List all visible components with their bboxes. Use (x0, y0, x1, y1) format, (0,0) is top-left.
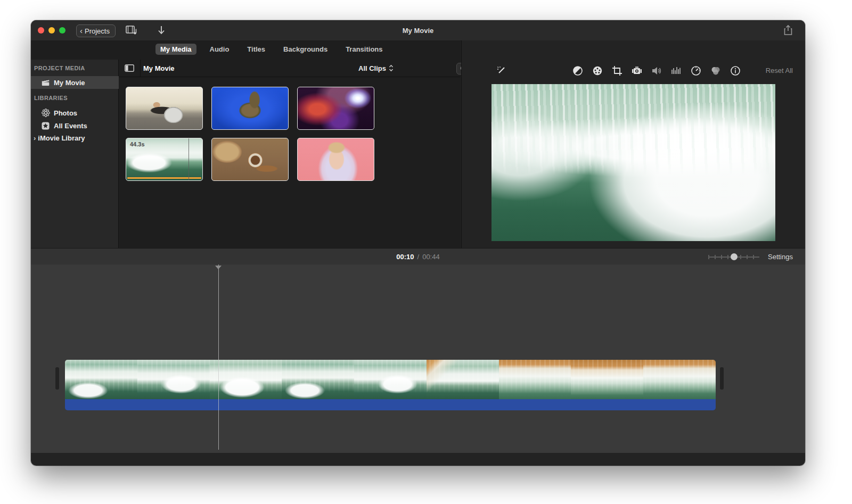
libraries-header: LIBRARIES (34, 95, 68, 101)
clip-filter-label: All Clips (358, 64, 386, 72)
projects-button-label: Projects (85, 27, 110, 35)
close-window-button[interactable] (38, 27, 44, 34)
project-media-header: PROJECT MEDIA (34, 65, 85, 71)
browser-title: My Movie (143, 60, 175, 77)
zoom-window-button[interactable] (59, 27, 65, 34)
timeline-toolbar: 00:10 / 00:44 Settings (31, 248, 805, 265)
skimmer-playhead (189, 138, 189, 180)
projects-back-button[interactable]: ‹ Projects (76, 24, 116, 37)
current-time: 00:10 (396, 253, 414, 261)
auto-enhance-wand-icon[interactable] (495, 64, 507, 77)
tab-my-media[interactable]: My Media (155, 44, 196, 55)
filmstrip-frame (643, 360, 716, 399)
sidebar-item-my-movie[interactable]: My Movie (31, 76, 128, 89)
sidebar-item-imovie-library[interactable]: › iMovie Library (31, 131, 121, 144)
sidebar-item-label: My Movie (54, 79, 85, 87)
timecode-display: 00:10 / 00:44 (31, 249, 805, 265)
time-separator: / (417, 253, 420, 261)
clip-thumbnail-nuts-coffee[interactable] (211, 138, 289, 181)
timeline-settings-button[interactable]: Settings (768, 249, 793, 265)
filmstrip-frame (282, 360, 354, 399)
clip-right-trim-handle[interactable] (720, 367, 724, 390)
sidebar-item-photos[interactable]: Photos (31, 106, 128, 119)
media-tabs: My Media Audio Titles Backgrounds Transi… (155, 44, 388, 55)
clip-thumbnail-exercise-ball[interactable] (126, 87, 203, 130)
zoom-slider-thumb[interactable] (731, 253, 738, 260)
sidebar-toggle-button[interactable] (119, 60, 141, 77)
filmstrip-frame (210, 360, 282, 399)
playhead-line[interactable] (218, 265, 219, 450)
sidebar-item-all-events[interactable]: All Events (31, 119, 128, 132)
tab-backgrounds[interactable]: Backgrounds (278, 44, 332, 55)
clip-thumbnail-portrait[interactable] (297, 138, 374, 181)
clip-audio-waveform (65, 399, 716, 410)
photos-pinwheel-icon (41, 109, 50, 117)
filmstrip-frame (354, 360, 427, 399)
back-chevron-icon: ‹ (80, 27, 83, 35)
playhead-handle[interactable] (215, 266, 222, 269)
clip-filmstrip (65, 360, 716, 399)
color-correction-icon[interactable] (591, 64, 604, 77)
clip-duration-badge: 44.3s (130, 141, 145, 147)
share-icon[interactable] (783, 24, 793, 36)
sidebar: PROJECT MEDIA My Movie LIBRARIES (31, 60, 119, 248)
tab-titles[interactable]: Titles (242, 44, 270, 55)
filmstrip-frame (65, 360, 137, 399)
screen: ‹ Projects My Movie (0, 0, 852, 504)
preview-pane: Reset All (461, 40, 805, 248)
timeline-area[interactable]: ♫ (31, 265, 805, 453)
up-down-chevrons-icon (389, 64, 394, 72)
media-browser-icon[interactable] (122, 23, 141, 37)
clapperboard-icon (41, 79, 50, 87)
filmstrip-frame (499, 360, 571, 399)
minimize-window-button[interactable] (48, 27, 55, 34)
total-duration: 00:44 (422, 253, 440, 261)
clip-thumbnail-sea-turtle[interactable] (211, 87, 289, 130)
info-icon[interactable] (729, 64, 742, 77)
sidebar-item-label: All Events (54, 122, 87, 130)
titlebar: ‹ Projects My Movie (31, 20, 805, 41)
stabilization-camera-icon[interactable] (630, 64, 643, 77)
star-badge-icon (41, 122, 50, 130)
clip-filters-icon[interactable] (709, 64, 722, 77)
clip-thumbnail-nebula[interactable] (297, 87, 374, 130)
volume-icon[interactable] (650, 64, 663, 77)
sidebar-item-label: Photos (54, 109, 77, 117)
browser-header: My Movie All Clips (119, 60, 461, 77)
window-title: My Movie (31, 20, 805, 40)
filmstrip-frame (571, 360, 643, 399)
filmstrip-frame (137, 360, 210, 399)
noise-reduction-icon[interactable] (670, 64, 683, 77)
import-down-arrow-icon[interactable] (152, 23, 170, 37)
clip-thumbnail-ocean-waves[interactable]: 44.3s (126, 138, 203, 181)
used-in-project-indicator (127, 177, 201, 179)
sidebar-item-label: iMovie Library (38, 134, 85, 142)
sidebar-toggle-icon (125, 64, 134, 72)
filmstrip-frame (427, 360, 499, 399)
color-balance-icon[interactable] (571, 64, 584, 77)
disclosure-chevron-icon[interactable]: › (34, 134, 36, 142)
clip-left-trim-handle[interactable] (55, 367, 59, 390)
imovie-window: ‹ Projects My Movie (31, 20, 805, 466)
adjust-toolbar (571, 64, 742, 77)
timeline-clip-ocean-waves[interactable] (65, 360, 716, 410)
speed-icon[interactable] (690, 64, 702, 77)
reset-all-button[interactable]: Reset All (766, 67, 793, 75)
clip-filter-dropdown[interactable]: All Clips (358, 60, 394, 77)
media-browser: My Movie All Clips (119, 60, 461, 248)
tab-audio[interactable]: Audio (205, 44, 234, 55)
tab-transitions[interactable]: Transitions (341, 44, 387, 55)
preview-video-viewer[interactable] (491, 84, 775, 241)
crop-icon[interactable] (611, 64, 624, 77)
timeline-zoom-slider[interactable] (708, 253, 759, 260)
